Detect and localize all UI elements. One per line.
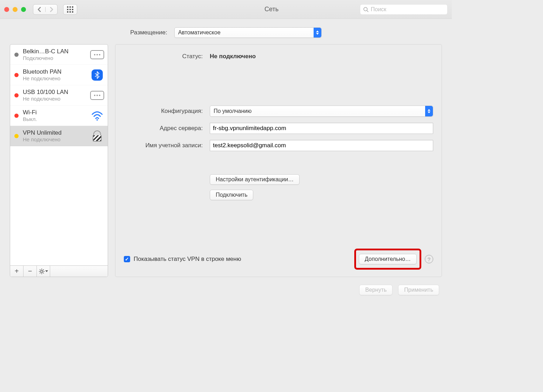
service-status: Подключено	[23, 55, 89, 61]
svg-line-1	[367, 11, 368, 12]
status-dot-icon	[14, 134, 19, 138]
highlight-annotation: Дополнительно…	[354, 249, 421, 270]
gear-icon	[39, 269, 45, 274]
config-value: По умолчанию	[214, 108, 252, 114]
status-dot-icon	[14, 53, 19, 57]
connect-button[interactable]: Подключить	[210, 190, 253, 200]
show-status-label: Показывать статус VPN в строке меню	[134, 256, 241, 263]
service-status: Не подключено	[23, 136, 89, 142]
svg-line-8	[40, 269, 40, 270]
service-actions-button[interactable]	[37, 266, 50, 277]
account-name-label: Имя учетной записи:	[124, 142, 203, 149]
revert-button[interactable]: Вернуть	[359, 285, 393, 295]
location-row: Размещение: Автоматическое	[0, 19, 452, 44]
bluetooth-icon	[90, 69, 104, 81]
status-dot-icon	[14, 73, 19, 77]
service-status: Выкл.	[23, 116, 89, 122]
server-address-label: Адрес сервера:	[124, 125, 203, 132]
search-icon	[363, 7, 369, 12]
show-all-button[interactable]	[63, 4, 77, 15]
titlebar: Сеть	[0, 0, 452, 19]
maximize-icon[interactable]	[21, 7, 26, 12]
server-address-input[interactable]	[210, 123, 433, 134]
add-service-button[interactable]: +	[10, 266, 24, 277]
status-dot-icon	[14, 93, 19, 97]
wifi-icon	[90, 111, 104, 121]
service-item[interactable]: USB 10/100 LAN Не подключено	[10, 85, 108, 106]
config-select[interactable]: По умолчанию	[210, 106, 433, 117]
help-button[interactable]: ?	[425, 255, 433, 263]
apply-button[interactable]: Применить	[398, 285, 439, 295]
svg-point-3	[41, 270, 43, 272]
forward-button[interactable]	[45, 7, 57, 12]
ethernet-icon	[90, 50, 104, 59]
status-value: Не подключено	[210, 53, 433, 60]
svg-line-11	[43, 269, 43, 270]
svg-point-0	[364, 7, 367, 11]
location-select[interactable]: Автоматическое	[174, 27, 322, 38]
status-dot-icon	[14, 114, 19, 118]
chevron-updown-icon	[314, 28, 321, 38]
auth-settings-button[interactable]: Настройки аутентификации…	[210, 174, 300, 185]
window-footer: Вернуть Применить	[0, 285, 452, 306]
show-status-checkbox[interactable]	[124, 256, 130, 262]
remove-service-button[interactable]: −	[24, 266, 37, 277]
ethernet-icon	[90, 91, 104, 100]
advanced-button[interactable]: Дополнительно…	[359, 254, 417, 264]
search-input[interactable]	[371, 6, 444, 13]
service-list: Belkin…B-C LAN Подключено Bluetooth PAN …	[10, 45, 108, 265]
search-field[interactable]	[360, 4, 448, 15]
svg-line-9	[43, 272, 43, 273]
service-name: USB 10/100 LAN	[23, 89, 89, 96]
grid-icon	[67, 6, 73, 13]
back-button[interactable]	[33, 7, 45, 12]
location-value: Автоматическое	[178, 29, 221, 36]
nav-buttons	[33, 4, 58, 15]
detail-footer: Показывать статус VPN в строке меню Допо…	[124, 249, 433, 270]
service-item[interactable]: Bluetooth PAN Не подключено	[10, 65, 108, 85]
config-label: Конфигурация:	[124, 108, 203, 115]
window-controls	[4, 7, 26, 12]
service-name: Belkin…B-C LAN	[23, 48, 89, 55]
service-name: VPN Unlimited	[23, 129, 89, 136]
service-item[interactable]: Belkin…B-C LAN Подключено	[10, 45, 108, 65]
service-sidebar: Belkin…B-C LAN Подключено Bluetooth PAN …	[10, 44, 108, 277]
service-item[interactable]: VPN Unlimited Не подключено	[10, 126, 108, 146]
detail-panel: Статус: Не подключено Конфигурация: По у…	[115, 44, 442, 277]
service-status: Не подключено	[23, 75, 89, 81]
sidebar-toolbar: + −	[10, 265, 108, 277]
service-item[interactable]: Wi-Fi Выкл.	[10, 106, 108, 126]
svg-point-2	[96, 119, 98, 121]
chevron-updown-icon	[425, 106, 433, 116]
svg-line-10	[40, 272, 40, 273]
service-name: Wi-Fi	[23, 109, 89, 116]
close-icon[interactable]	[4, 7, 9, 12]
location-label: Размещение:	[130, 29, 167, 36]
vpn-lock-icon	[90, 130, 104, 142]
service-status: Не подключено	[23, 96, 89, 102]
account-name-input[interactable]	[210, 140, 433, 151]
status-label: Статус:	[124, 53, 203, 60]
minimize-icon[interactable]	[13, 7, 18, 12]
service-name: Bluetooth PAN	[23, 68, 89, 75]
